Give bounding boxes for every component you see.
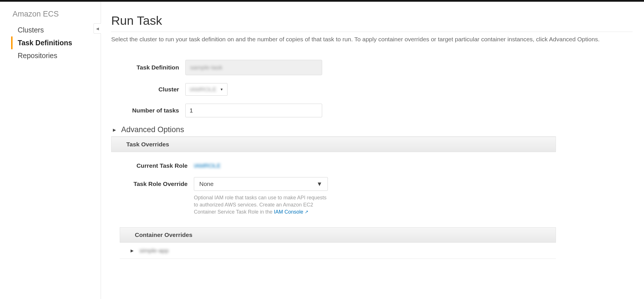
sidebar-item-repositories[interactable]: Repositories	[11, 49, 101, 62]
sidebar-title: Amazon ECS	[13, 10, 101, 19]
task-role-override-value: None	[199, 181, 214, 187]
cluster-select[interactable]: IAMROLE ▼	[185, 83, 227, 96]
sidebar-item-label: Task Definitions	[18, 39, 72, 47]
triangle-right-icon: ▶	[131, 248, 134, 253]
task-definition-label: Task Definition	[111, 64, 185, 71]
cluster-label: Cluster	[111, 86, 185, 93]
container-name: simple-app	[139, 247, 169, 254]
task-definition-value: sample-task	[190, 64, 222, 71]
container-override-item[interactable]: ▶ simple-app	[120, 243, 556, 259]
advanced-options-toggle[interactable]: ▶ Advanced Options	[113, 125, 556, 134]
cluster-value: IAMROLE	[190, 86, 217, 93]
task-definition-field: sample-task	[185, 60, 322, 75]
number-of-tasks-label: Number of tasks	[111, 107, 185, 114]
chevron-left-icon: ◀	[96, 26, 99, 31]
current-task-role-label: Current Task Role	[111, 162, 194, 169]
page-description: Select the cluster to run your task defi…	[111, 36, 633, 43]
sidebar-item-task-definitions[interactable]: Task Definitions	[11, 36, 101, 49]
external-link-icon: ↗	[305, 209, 308, 215]
sidebar: Amazon ECS Clusters Task Definitions Rep…	[0, 2, 101, 299]
number-of-tasks-input[interactable]	[185, 104, 322, 117]
task-role-override-label: Task Role Override	[111, 181, 194, 187]
task-overrides-header: Task Overrides	[111, 137, 556, 152]
iam-console-link[interactable]: IAM Console ↗	[274, 209, 308, 215]
title-divider	[111, 32, 633, 32]
current-task-role-value[interactable]: IAMROLE	[194, 162, 221, 169]
caret-down-icon: ▼	[220, 87, 224, 91]
iam-console-link-text: IAM Console	[274, 209, 303, 215]
sidebar-collapse-button[interactable]: ◀	[94, 23, 101, 34]
triangle-right-icon: ▶	[113, 128, 116, 132]
page-title: Run Task	[111, 14, 633, 28]
task-role-override-helper: Optional IAM role that tasks can use to …	[194, 194, 328, 216]
task-role-override-select[interactable]: None ▼	[194, 177, 328, 191]
caret-down-icon: ▼	[316, 181, 322, 187]
main-content: Run Task Select the cluster to run your …	[101, 2, 644, 299]
advanced-options-label: Advanced Options	[121, 125, 184, 134]
container-overrides-header: Container Overrides	[120, 227, 556, 243]
sidebar-item-clusters[interactable]: Clusters	[11, 24, 101, 36]
sidebar-item-label: Clusters	[18, 26, 44, 34]
sidebar-item-label: Repositories	[18, 52, 57, 60]
